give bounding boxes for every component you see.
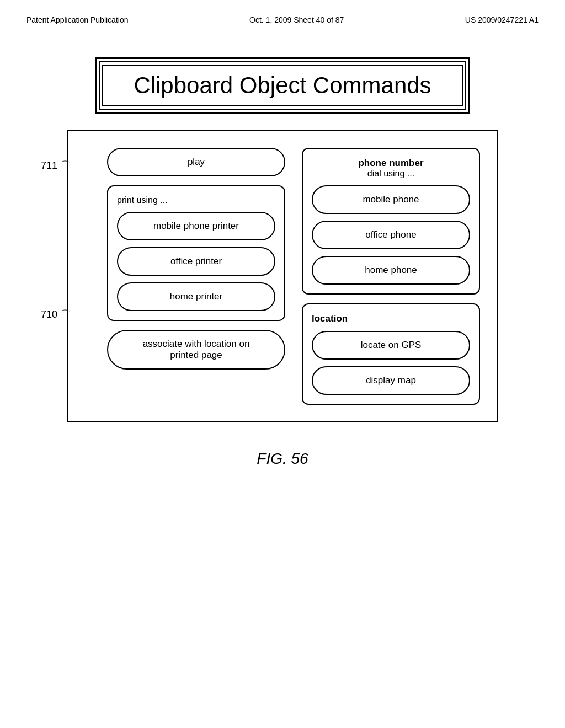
play-button[interactable]: play	[107, 148, 285, 176]
phone-group-box: phone number dial using ... mobile phone…	[302, 148, 480, 295]
main-content: Clipboard Object Commands 711 ⌒ 710 ⌒ pl…	[0, 24, 565, 468]
figure-caption: FIG. 56	[257, 450, 308, 468]
home-phone-button[interactable]: home phone	[312, 256, 470, 285]
location-label: location	[312, 313, 348, 324]
print-group-box: print using ... mobile phone printer off…	[107, 185, 285, 321]
print-group-label: print using ...	[117, 195, 168, 205]
display-map-button[interactable]: display map	[312, 366, 470, 395]
label-710: 710 ⌒	[41, 308, 70, 321]
dial-using-label: dial using ...	[312, 169, 470, 179]
right-column: phone number dial using ... mobile phone…	[302, 148, 480, 405]
patent-header: Patent Application Publication Oct. 1, 2…	[0, 0, 565, 24]
diagram-inner: play print using ... mobile phone printe…	[107, 148, 480, 405]
mobile-phone-printer-button[interactable]: mobile phone printer	[117, 212, 275, 240]
page-title: Clipboard Object Commands	[134, 72, 431, 98]
locate-gps-button[interactable]: locate on GPS	[312, 331, 470, 360]
home-printer-button[interactable]: home printer	[117, 282, 275, 311]
header-left: Patent Application Publication	[26, 15, 128, 24]
associate-location-button[interactable]: associate with location on printed page	[107, 330, 285, 370]
title-box-innermost: Clipboard Object Commands	[102, 65, 463, 106]
title-box-inner: Clipboard Object Commands	[99, 61, 466, 110]
title-box-outer: Clipboard Object Commands	[95, 57, 470, 114]
mobile-phone-button[interactable]: mobile phone	[312, 185, 470, 214]
phone-header: phone number dial using ...	[312, 158, 470, 179]
header-right: US 2009/0247221 A1	[465, 15, 539, 24]
left-column: play print using ... mobile phone printe…	[107, 148, 285, 405]
diagram-container: 711 ⌒ 710 ⌒ play print using ... mobile …	[67, 130, 498, 422]
header-center: Oct. 1, 2009 Sheet 40 of 87	[249, 15, 344, 24]
phone-number-label: phone number	[312, 158, 470, 169]
office-phone-button[interactable]: office phone	[312, 221, 470, 249]
label-711: 711 ⌒	[41, 159, 70, 172]
office-printer-button[interactable]: office printer	[117, 247, 275, 276]
location-group-box: location locate on GPS display map	[302, 303, 480, 405]
